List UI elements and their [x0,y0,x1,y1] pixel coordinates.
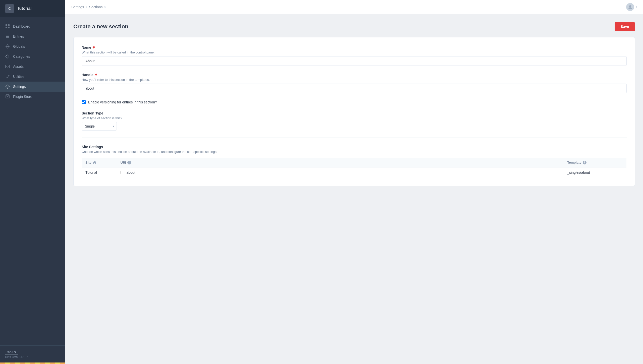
svg-rect-1 [8,24,10,26]
name-label: Name ✱ [82,45,627,49]
page-title: Create a new section [73,23,128,30]
sidebar-header: C Tutorial [0,0,65,17]
form-card: Name ✱ What this section will be called … [73,37,635,186]
sidebar-item-label: Dashboard [13,24,30,28]
home-icon [93,160,96,165]
site-settings-hint: Choose which sites this section should b… [82,150,627,154]
svg-point-14 [629,5,631,7]
entries-icon [5,34,10,39]
col-template-header: Template i [564,158,627,167]
name-field-group: Name ✱ What this section will be called … [82,45,627,66]
site-settings-table: Site URI [82,158,627,178]
sidebar-item-plugin-store[interactable]: Plugin Store [0,92,65,102]
uri-cell: about [117,167,564,178]
breadcrumb-sep-2: > [104,5,106,9]
handle-label: Handle ✱ [82,73,627,77]
template-info-icon[interactable]: i [583,161,586,164]
stripe-bar [0,362,65,364]
dashboard-icon [5,24,10,29]
sidebar-item-label: Settings [13,85,26,89]
sidebar-item-label: Globals [13,44,25,48]
sidebar-item-dashboard[interactable]: Dashboard [0,21,65,31]
site-cell: Tutorial [82,167,117,178]
save-button[interactable]: Save [615,22,635,31]
col-site-label: Site [85,161,91,164]
col-uri-header: URI i [117,158,564,167]
template-cell: _singles/about [564,167,627,178]
content-header: Create a new section Save [73,22,635,31]
globals-icon [5,44,10,49]
svg-rect-2 [6,27,7,28]
sidebar: C Tutorial Dashboard [0,0,65,364]
section-type-select[interactable]: Single Channel Structure [82,122,117,131]
versioning-checkbox[interactable] [82,100,86,104]
sidebar-item-label: Entries [13,34,24,38]
assets-icon [5,64,10,69]
svg-point-12 [7,86,8,87]
app-name: Tutorial [17,6,31,11]
sidebar-item-assets[interactable]: Assets [0,62,65,72]
breadcrumb: Settings > Sections > [71,5,106,9]
col-template-label: Template [567,161,581,164]
plugin-store-icon [5,94,10,99]
sidebar-item-settings[interactable]: Settings [0,82,65,92]
version-text: Craft CMS 3.4.10.1 [5,355,60,358]
section-type-hint: What type of section is this? [82,116,627,120]
versioning-label: Enable versioning for entries in this se… [88,100,157,104]
table-row: Tutorial about _singles/about [82,167,627,178]
svg-rect-4 [6,35,9,35]
sidebar-item-label: Assets [13,65,24,69]
col-uri-label: URI [121,161,126,164]
site-enabled-checkbox[interactable] [121,171,124,174]
svg-rect-5 [6,36,9,37]
sidebar-item-label: Categories [13,54,30,58]
svg-rect-6 [6,37,9,38]
divider [82,138,627,138]
breadcrumb-sections[interactable]: Sections [89,5,103,9]
breadcrumb-sep-1: > [86,5,88,9]
user-area[interactable]: ▾ [626,3,637,11]
plan-badge: SOLO [5,350,18,354]
settings-icon [5,84,10,89]
name-hint: What this section will be called in the … [82,50,627,54]
section-type-group: Section Type What type of section is thi… [82,111,627,131]
handle-field-group: Handle ✱ How you'll refer to this sectio… [82,73,627,93]
handle-required: ✱ [95,73,97,77]
col-site-header: Site [82,158,117,167]
sidebar-item-label: Utilities [13,75,24,79]
user-chevron-icon: ▾ [636,6,637,8]
sidebar-item-utilities[interactable]: Utilities [0,72,65,82]
handle-input[interactable] [82,84,627,93]
section-type-select-wrapper: Single Channel Structure ▾ [82,122,117,131]
topbar: Settings > Sections > ▾ [65,0,643,14]
content-area: Create a new section Save Name ✱ What th… [65,14,643,364]
sidebar-item-label: Plugin Store [13,95,32,99]
main-content: Settings > Sections > ▾ Create a new sec… [65,0,643,364]
uri-info-icon[interactable]: i [127,161,131,164]
sidebar-footer: SOLO Craft CMS 3.4.10.1 [0,345,65,362]
sidebar-nav: Dashboard Entries Globals [0,17,65,345]
svg-rect-10 [6,65,10,68]
breadcrumb-settings[interactable]: Settings [71,5,84,9]
utilities-icon [5,74,10,79]
svg-rect-3 [8,27,10,28]
name-input[interactable] [82,56,627,66]
site-settings-section: Site Settings Choose which sites this se… [82,145,627,178]
categories-icon [5,54,10,59]
sidebar-item-globals[interactable]: Globals [0,41,65,51]
site-settings-title: Site Settings [82,145,627,149]
section-type-label: Section Type [82,111,627,115]
app-logo: C [5,4,14,13]
sidebar-item-entries[interactable]: Entries [0,31,65,41]
sidebar-item-categories[interactable]: Categories [0,51,65,62]
avatar[interactable] [626,3,634,11]
svg-rect-0 [6,24,7,26]
name-required: ✱ [92,46,95,49]
versioning-row: Enable versioning for entries in this se… [82,100,627,104]
handle-hint: How you'll refer to this section in the … [82,78,627,82]
